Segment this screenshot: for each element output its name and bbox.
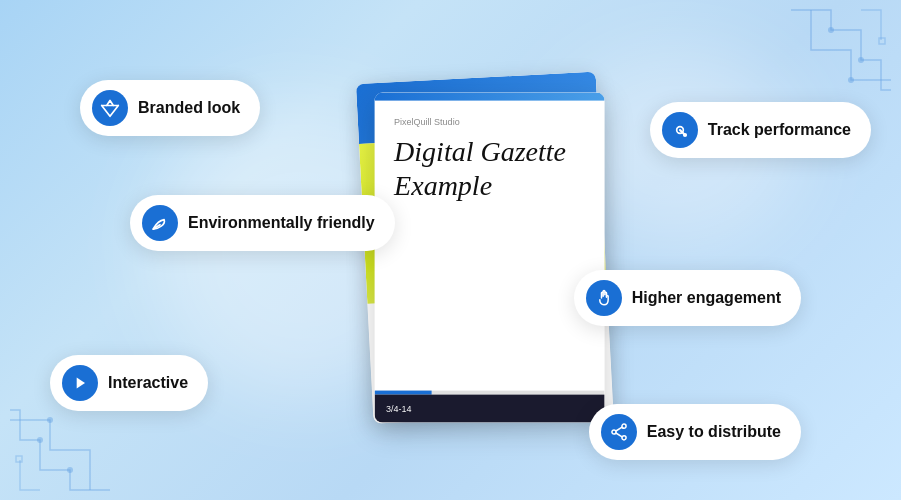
diamond-icon <box>92 90 128 126</box>
page-number: 3/4-14 <box>386 404 412 414</box>
svg-point-4 <box>67 467 73 473</box>
svg-rect-3 <box>879 38 885 44</box>
svg-point-5 <box>37 437 43 443</box>
higher-engagement-label: Higher engagement <box>632 289 781 307</box>
svg-point-1 <box>858 57 864 63</box>
leaf-icon <box>142 205 178 241</box>
document-stack: PixelQuill Studio Digital Gazette Exampl… <box>344 68 624 448</box>
svg-point-6 <box>47 417 53 423</box>
track-performance-pill: Track performance <box>650 102 871 158</box>
cursor-icon <box>662 112 698 148</box>
cursor-hand-icon <box>586 280 622 316</box>
interactive-label: Interactive <box>108 374 188 392</box>
higher-engagement-pill: Higher engagement <box>574 270 801 326</box>
studio-label: PixelQuill Studio <box>394 117 584 127</box>
svg-point-0 <box>828 27 834 33</box>
play-icon <box>62 365 98 401</box>
easy-to-distribute-pill: Easy to distribute <box>589 404 801 460</box>
branded-look-pill: Branded look <box>80 80 260 136</box>
document-front: PixelQuill Studio Digital Gazette Exampl… <box>374 93 604 423</box>
environmentally-friendly-pill: Environmentally friendly <box>130 195 395 251</box>
easy-to-distribute-label: Easy to distribute <box>647 423 781 441</box>
document-footer: 3/4-14 <box>374 395 604 423</box>
share-icon <box>601 414 637 450</box>
track-performance-label: Track performance <box>708 121 851 139</box>
svg-point-2 <box>848 77 854 83</box>
environmentally-friendly-label: Environmentally friendly <box>188 214 375 232</box>
branded-look-label: Branded look <box>138 99 240 117</box>
svg-rect-7 <box>16 456 22 462</box>
interactive-pill: Interactive <box>50 355 208 411</box>
svg-point-9 <box>683 133 687 137</box>
document-title: Digital Gazette Example <box>394 135 584 202</box>
